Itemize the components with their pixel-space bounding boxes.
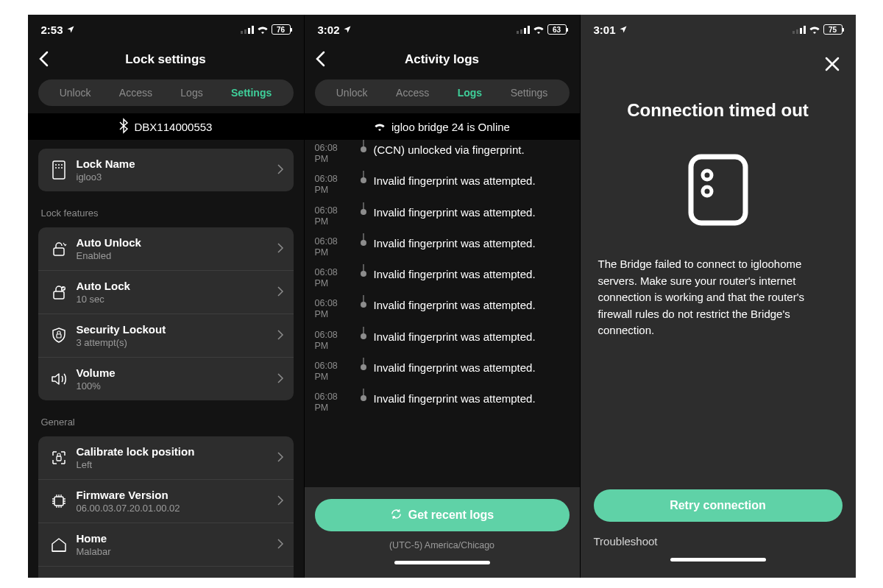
row-title: Auto Unlock: [77, 236, 277, 249]
row-value: Enabled: [77, 250, 277, 261]
bridge-status-row: igloo bridge 24 is Online: [305, 113, 580, 140]
row-title: Firmware Version: [77, 489, 277, 501]
page-title: Activity logs: [305, 52, 580, 67]
bridge-device-icon: [581, 153, 856, 227]
lock-name-title: Lock Name: [77, 157, 277, 170]
tab-settings[interactable]: Settings: [225, 87, 277, 99]
log-text: Invalid fingerprint was attempted.: [374, 171, 570, 202]
battery-icon: 76: [272, 24, 291, 35]
wifi-icon: [533, 24, 545, 36]
status-time: 3:02: [318, 24, 340, 36]
location-services-icon: [619, 24, 628, 36]
tab-settings[interactable]: Settings: [505, 87, 554, 99]
auto-lock-icon: [47, 283, 71, 301]
svg-rect-20: [528, 26, 530, 34]
log-time: 06:08PM: [315, 327, 353, 352]
svg-rect-19: [524, 28, 526, 34]
svg-rect-23: [800, 28, 802, 34]
back-button[interactable]: [38, 51, 49, 69]
log-text: (CCN) unlocked via fingerprint.: [374, 140, 570, 171]
tab-access[interactable]: Access: [390, 87, 435, 99]
cell-signal-icon: [792, 24, 806, 36]
row-auto-unlock[interactable]: Auto UnlockEnabled: [38, 227, 294, 270]
bluetooth-icon: [119, 119, 129, 135]
device-id: DBX114000553: [135, 121, 213, 133]
keypad-icon: [47, 160, 71, 180]
screen-connection-error: 3:01 75 Connection t: [580, 15, 856, 578]
svg-point-10: [61, 167, 63, 169]
close-button[interactable]: [823, 54, 841, 78]
log-time: 06:08PM: [315, 358, 353, 383]
svg-rect-14: [57, 334, 61, 338]
timeline-dot-icon: [361, 177, 366, 183]
row-title: Security Lockout: [77, 323, 277, 336]
log-text: Invalid fingerprint was attempted.: [374, 389, 570, 419]
chevron-right-icon: [277, 539, 283, 551]
timeline-dot-icon: [361, 209, 366, 215]
bridge-status: igloo bridge 24 is Online: [391, 121, 510, 133]
svg-rect-25: [691, 157, 745, 223]
row-lock-name[interactable]: Lock Name igloo3: [38, 149, 294, 191]
log-text: Invalid fingerprint was attempted.: [374, 202, 570, 233]
svg-rect-15: [57, 456, 61, 461]
troubleshoot-button[interactable]: Troubleshoot: [594, 535, 658, 548]
row-linked-devices[interactable]: Linked Devices: [38, 566, 294, 578]
timezone-label: (UTC-5) America/Chicago: [315, 540, 570, 550]
svg-rect-17: [517, 31, 519, 34]
log-time: 06:08PM: [315, 264, 353, 289]
row-security-lockout[interactable]: Security Lockout3 attempt(s): [38, 314, 294, 357]
back-button[interactable]: [315, 51, 325, 69]
chevron-right-icon: [277, 452, 283, 464]
log-entry: 06:08PMInvalid fingerprint was attempted…: [315, 327, 570, 358]
get-recent-logs-button[interactable]: Get recent logs: [315, 499, 570, 531]
log-entry: 06:08PMInvalid fingerprint was attempted…: [315, 264, 570, 295]
page-title: Lock settings: [28, 52, 304, 67]
log-time: 06:08PM: [315, 295, 353, 320]
row-title: Calibrate lock position: [77, 445, 277, 458]
logs-list[interactable]: 06:08PM(CCN) unlocked via fingerprint.06…: [305, 140, 580, 424]
status-bar: 3:01 75: [581, 15, 856, 44]
tab-logs[interactable]: Logs: [452, 87, 488, 99]
home-indicator[interactable]: [394, 561, 490, 564]
svg-point-26: [703, 171, 712, 180]
timeline-dot-icon: [361, 302, 366, 308]
auto-unlock-icon: [47, 240, 71, 258]
row-volume[interactable]: Volume100%: [38, 357, 294, 400]
timeline-dot-icon: [361, 333, 366, 339]
svg-rect-4: [53, 161, 65, 179]
log-text: Invalid fingerprint was attempted.: [374, 295, 570, 326]
retry-connection-button[interactable]: Retry connection: [594, 489, 843, 522]
speaker-icon: [47, 371, 71, 387]
tab-access[interactable]: Access: [113, 87, 158, 99]
chevron-right-icon: [277, 243, 283, 255]
chip-icon: [47, 492, 71, 510]
log-entry: 06:08PMInvalid fingerprint was attempted…: [315, 171, 570, 202]
tab-bar: Unlock Access Logs Settings: [315, 79, 570, 106]
location-services-icon: [343, 24, 352, 36]
tab-logs[interactable]: Logs: [174, 87, 208, 99]
log-time: 06:08PM: [315, 233, 353, 258]
svg-point-9: [58, 167, 60, 169]
svg-rect-22: [796, 29, 798, 34]
status-time: 3:01: [594, 24, 616, 36]
log-text: Invalid fingerprint was attempted.: [374, 358, 570, 389]
log-entry: 06:08PMInvalid fingerprint was attempted…: [315, 202, 570, 233]
chevron-right-icon: [277, 373, 283, 386]
row-home[interactable]: HomeMalabar: [38, 523, 294, 566]
svg-rect-1: [244, 29, 247, 34]
timeline-dot-icon: [361, 271, 366, 277]
row-calibrate-lock-position[interactable]: Calibrate lock positionLeft: [38, 436, 294, 479]
svg-rect-16: [54, 497, 63, 506]
wifi-icon: [374, 121, 386, 133]
logs-bottom-sheet: Get recent logs (UTC-5) America/Chicago: [305, 487, 580, 578]
battery-icon: 63: [547, 24, 567, 35]
svg-rect-11: [54, 248, 64, 255]
tab-unlock[interactable]: Unlock: [54, 87, 97, 99]
log-text: Invalid fingerprint was attempted.: [374, 264, 570, 295]
row-auto-lock[interactable]: Auto Lock10 sec: [38, 270, 294, 314]
home-indicator[interactable]: [670, 558, 766, 562]
row-firmware-version[interactable]: Firmware Version06.00.03.07.20.01.00.02: [38, 479, 294, 523]
svg-rect-21: [792, 31, 795, 34]
tab-unlock[interactable]: Unlock: [330, 87, 374, 99]
log-time: 06:08PM: [315, 140, 353, 165]
